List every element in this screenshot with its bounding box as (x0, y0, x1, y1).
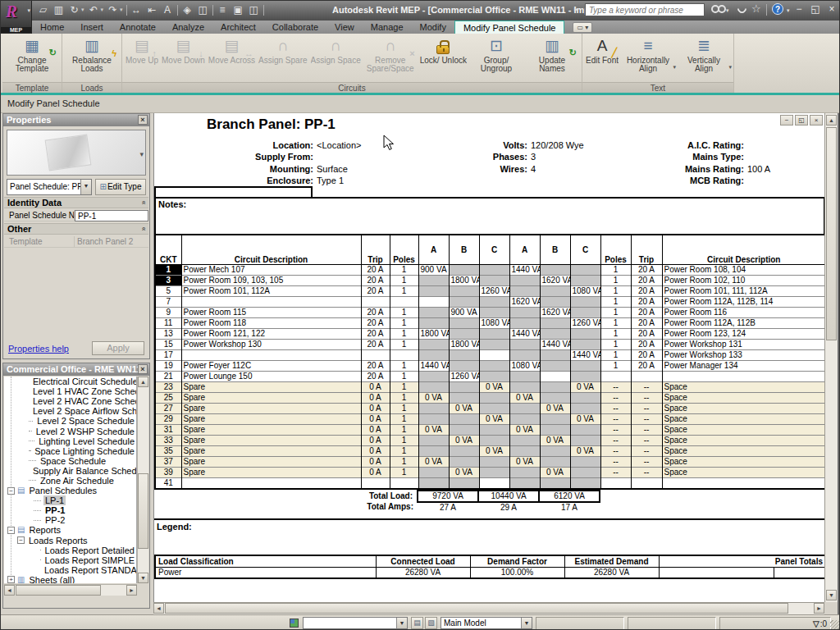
rebalance-loads-button[interactable]: ▥ϟRebalance Loads (64, 34, 120, 75)
restore-button[interactable]: ◱ (810, 4, 821, 15)
phase-load-cell[interactable] (540, 285, 570, 296)
panel-schedule-name-field[interactable]: PP-1 (75, 210, 148, 221)
browser-item-level-1-hvac-zone-schedule[interactable]: Level 1 HVAC Zone Schedule (4, 386, 136, 396)
circuit-description-cell[interactable]: Power Room 115 (181, 307, 361, 317)
phase-load-cell[interactable] (479, 467, 509, 477)
trip-cell[interactable] (361, 349, 390, 360)
group-ungroup-button[interactable]: ⊡Group/ Ungroup (468, 34, 524, 75)
tab-modify[interactable]: Modify (412, 21, 454, 34)
trip-cell[interactable]: 20 A (361, 328, 390, 339)
phase-load-cell[interactable] (570, 371, 600, 381)
trip-cell[interactable]: 0 A (361, 413, 390, 424)
phase-load-cell[interactable]: 0 VA (509, 424, 540, 435)
browser-item-level-2-hvac-zone-schedule[interactable]: Level 2 HVAC Zone Schedule (4, 396, 136, 406)
filter-icon[interactable]: ▽ (813, 619, 819, 628)
poles-cell[interactable] (390, 349, 418, 360)
scrollbar-thumb[interactable] (16, 585, 101, 596)
application-menu-button[interactable]: R ▾ MEP (1, 1, 32, 34)
trip-cell[interactable]: 20 A (631, 339, 662, 349)
move-across-button[interactable]: ▤↔Move Across (207, 34, 257, 75)
trip-cell[interactable]: -- (631, 435, 662, 445)
section-other[interactable]: Other » (4, 223, 148, 235)
phase-load-cell[interactable] (479, 275, 509, 285)
trip-cell[interactable]: 0 A (361, 456, 390, 467)
phase-load-cell[interactable] (449, 477, 479, 489)
poles-cell[interactable] (390, 296, 418, 307)
phase-load-cell[interactable]: 1080 VA (479, 317, 509, 328)
phase-load-cell[interactable] (509, 339, 540, 349)
lock-unlock-button[interactable]: Lock/ Unlock (418, 34, 468, 75)
info-value[interactable]: <Location> (317, 140, 361, 150)
ckt-cell[interactable]: 23 (155, 381, 181, 392)
doc-restore-button[interactable]: ◱ (795, 115, 808, 126)
browser-item-electrical-circuit-schedule[interactable]: Electrical Circuit Schedule (4, 377, 136, 386)
tab-manage[interactable]: Manage (363, 21, 412, 34)
browser-item-lighting-level-schedule[interactable]: Lighting Level Schedule (4, 436, 136, 446)
phase-load-cell[interactable] (418, 349, 449, 360)
panel-totals-cell[interactable] (659, 568, 774, 578)
phase-load-cell[interactable] (418, 467, 449, 477)
phase-load-cell[interactable] (449, 392, 479, 403)
poles-cell[interactable] (600, 477, 631, 489)
demand-factor-cell[interactable]: 100.00% (470, 568, 564, 578)
phase-load-cell[interactable] (540, 349, 570, 360)
phase-load-cell[interactable] (449, 381, 479, 392)
circuit-description-cell[interactable]: Power Room 102, 110 (662, 275, 826, 285)
browser-item-space-schedule[interactable]: Space Schedule (4, 456, 136, 466)
move-down-button[interactable]: ▤↓Move Down (160, 34, 207, 75)
text-icon[interactable]: A (162, 4, 174, 16)
poles-cell[interactable]: 1 (390, 403, 418, 413)
circuit-description-cell[interactable]: Power Lounge 150 (181, 371, 361, 381)
trip-cell[interactable]: 20 A (631, 349, 662, 360)
poles-cell[interactable]: 1 (390, 467, 418, 477)
phase-load-cell[interactable] (540, 328, 570, 339)
phase-load-cell[interactable] (540, 371, 570, 381)
minimize-button[interactable]: − (793, 4, 805, 15)
open-icon[interactable]: ▱ (37, 4, 49, 16)
title-expand-icon[interactable]: ▸ (574, 5, 578, 13)
poles-cell[interactable]: 1 (600, 339, 631, 349)
info-value[interactable]: 4 (531, 164, 536, 174)
ribbon-minimize-toggle[interactable]: ▭ ▾ (573, 22, 592, 33)
browser-horizontal-scrollbar[interactable]: ◄ ► (4, 584, 137, 596)
trip-cell[interactable]: 0 A (361, 424, 390, 435)
ckt-cell[interactable]: 1 (155, 264, 181, 275)
phase-load-cell[interactable]: 0 VA (418, 392, 449, 403)
document-horizontal-scrollbar[interactable]: ◄ ► (153, 602, 824, 614)
help-caret-icon[interactable]: ▾ (787, 7, 790, 14)
trip-cell[interactable]: 20 A (361, 307, 390, 317)
poles-cell[interactable]: 1 (390, 445, 418, 456)
circuit-description-cell[interactable]: Power Room 116 (662, 307, 826, 317)
phase-load-cell[interactable] (418, 307, 449, 317)
phase-load-cell[interactable]: 1620 VA (540, 275, 570, 285)
circuit-description-cell[interactable]: Spare (181, 424, 361, 435)
info-value[interactable]: 120/208 Wye (531, 140, 584, 150)
trip-cell[interactable]: -- (631, 392, 662, 403)
phase-load-cell[interactable]: 0 VA (509, 456, 540, 467)
phase-load-cell[interactable] (418, 445, 449, 456)
phase-load-cell[interactable] (540, 456, 570, 467)
phase-load-cell[interactable]: 900 VA (449, 307, 479, 317)
phase-load-cell[interactable] (509, 467, 540, 477)
circuit-description-cell[interactable]: Space (662, 435, 826, 445)
phase-load-cell[interactable] (418, 413, 449, 424)
poles-cell[interactable]: 1 (390, 317, 418, 328)
trip-cell[interactable]: -- (631, 381, 662, 392)
section-identity-data[interactable]: Identity Data » (4, 197, 148, 208)
poles-cell[interactable]: 1 (600, 264, 631, 275)
notes-section[interactable]: Notes: (154, 197, 825, 234)
trip-cell[interactable]: 20 A (361, 275, 390, 285)
circuit-description-cell[interactable]: Power Room 108, 104 (662, 264, 826, 275)
communication-center-icon[interactable] (736, 2, 749, 16)
browser-item-zone-air-schedule[interactable]: Zone Air Schedule (4, 476, 136, 486)
circuit-description-cell[interactable]: Power Room 123, 124 (662, 328, 826, 339)
poles-cell[interactable]: 1 (390, 339, 418, 349)
phase-load-cell[interactable]: 1080 VA (509, 360, 540, 371)
collapse-icon[interactable]: » (138, 200, 148, 204)
phase-load-cell[interactable] (509, 285, 540, 296)
poles-cell[interactable] (390, 477, 418, 489)
info-value[interactable]: Type 1 (317, 176, 344, 185)
phase-load-cell[interactable] (479, 392, 509, 403)
trip-cell[interactable]: 0 A (361, 381, 390, 392)
phase-load-cell[interactable] (449, 413, 479, 424)
